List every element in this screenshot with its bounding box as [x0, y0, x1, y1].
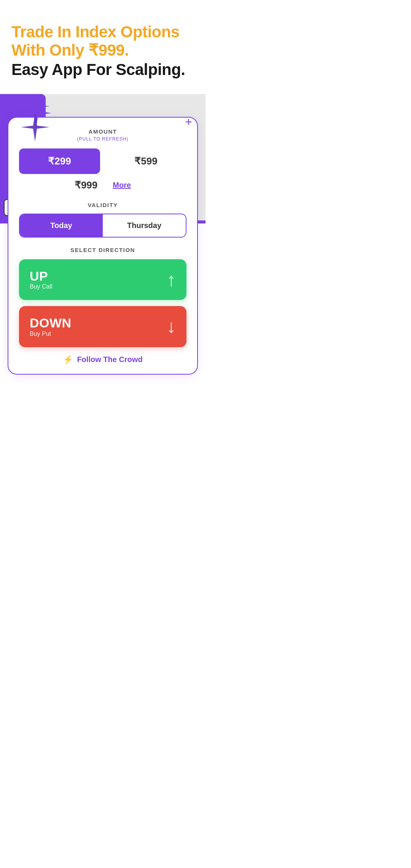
- follow-crowd-button[interactable]: ⚡ Follow The Crowd: [19, 355, 186, 365]
- amount-row-2: ₹999 More: [19, 179, 186, 191]
- buy-call-label: Buy Call: [30, 283, 53, 290]
- headline-black: Easy App For Scalping.: [11, 61, 194, 79]
- amount-299-button[interactable]: ₹299: [19, 148, 100, 174]
- up-arrow-icon: ↑: [167, 269, 176, 290]
- direction-section: SELECT DIRECTION UP Buy Call ↑ DOWN Buy …: [19, 247, 186, 347]
- more-button[interactable]: More: [113, 181, 131, 190]
- down-label: DOWN: [30, 316, 72, 330]
- lightning-icon: ⚡: [63, 355, 73, 365]
- card-wrapper: AMOUNT (PULL TO REFRESH) ₹299 ₹599 ₹999 …: [0, 117, 206, 397]
- validity-today-button[interactable]: Today: [20, 214, 103, 237]
- amount-label: AMOUNT: [19, 128, 186, 135]
- up-buy-call-button[interactable]: UP Buy Call ↑: [19, 259, 186, 300]
- amount-999-label: ₹999: [75, 179, 97, 191]
- direction-label: SELECT DIRECTION: [19, 247, 186, 253]
- buy-put-label: Buy Put: [30, 330, 72, 337]
- down-buy-put-button[interactable]: DOWN Buy Put ↓: [19, 306, 186, 347]
- follow-crowd-label: Follow The Crowd: [77, 355, 142, 364]
- headline-orange: Trade In Index Options With Only ₹999.: [11, 23, 194, 60]
- validity-section: VALIDITY Today Thursday: [19, 202, 186, 238]
- header-section: Trade In Index Options With Only ₹999. E…: [0, 0, 206, 86]
- down-arrow-icon: ↓: [167, 316, 176, 337]
- amount-599-button[interactable]: ₹599: [105, 148, 186, 174]
- validity-thursday-button[interactable]: Thursday: [103, 214, 186, 237]
- validity-toggle: Today Thursday: [19, 214, 186, 238]
- main-card: AMOUNT (PULL TO REFRESH) ₹299 ₹599 ₹999 …: [8, 117, 198, 375]
- amount-sublabel: (PULL TO REFRESH): [19, 136, 186, 142]
- down-text-group: DOWN Buy Put: [30, 316, 72, 337]
- up-label: UP: [30, 269, 53, 283]
- page-wrapper: Trade In Index Options With Only ₹999. E…: [0, 0, 206, 397]
- amount-section: AMOUNT (PULL TO REFRESH) ₹299 ₹599 ₹999 …: [19, 128, 186, 191]
- amount-grid: ₹299 ₹599: [19, 148, 186, 174]
- up-text-group: UP Buy Call: [30, 269, 53, 290]
- validity-label: VALIDITY: [19, 202, 186, 208]
